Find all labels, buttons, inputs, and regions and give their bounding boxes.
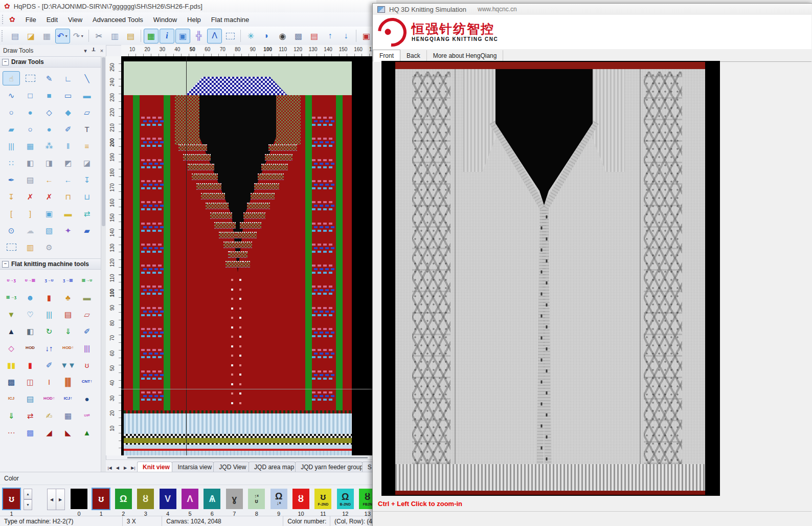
tool-needle-bars[interactable]: |||: [78, 341, 96, 355]
swatch-scroll-left[interactable]: ◀: [47, 489, 56, 510]
color-swatch-2[interactable]: Ω: [115, 489, 132, 509]
save-icon[interactable]: ▦: [39, 29, 54, 43]
tool-rect-filled[interactable]: ■: [40, 88, 58, 102]
tool-parallelogram-outline[interactable]: ▱: [78, 105, 96, 119]
camera-binocular-icon[interactable]: ◉: [275, 29, 290, 43]
tool-swap-refresh[interactable]: ⇄: [78, 206, 96, 221]
panel-scrollbar[interactable]: [101, 56, 106, 472]
tool-hand-edit[interactable]: ✍: [40, 408, 58, 423]
menu-help[interactable]: Help: [182, 14, 206, 26]
tab-nav-button[interactable]: ▶|: [129, 463, 137, 472]
tool-loop-back[interactable]: ↻: [40, 324, 58, 338]
tool-row-updown[interactable]: ↓↑: [40, 341, 58, 355]
tool-droplets[interactable]: ⁂: [40, 139, 58, 153]
tool-settings-driver[interactable]: ✐: [78, 324, 96, 338]
tool-octagon-filled[interactable]: ●: [40, 122, 58, 136]
tool-dash-rows[interactable]: ⋯: [3, 425, 20, 440]
tool-frame-top[interactable]: ⊓: [59, 189, 77, 204]
color-swatch-10[interactable]: ȣ: [292, 489, 309, 509]
tool-convert-float-to-loop[interactable]: ʒ→ʊ: [40, 273, 58, 288]
redo-icon[interactable]: ↷▼: [71, 29, 86, 43]
tool-insert-column-alt[interactable]: ↧: [3, 189, 20, 204]
tool-roller-tool[interactable]: ▤: [21, 391, 39, 406]
tool-flag-marker[interactable]: ▮: [40, 290, 58, 304]
tool-marquee-select[interactable]: [21, 71, 39, 85]
tool-swap-green-red[interactable]: ⇄: [21, 408, 39, 423]
color-swatch-1[interactable]: ʊ: [93, 489, 109, 509]
tool-grid-cells[interactable]: ▦: [21, 139, 39, 153]
panel-menu-icon[interactable]: ▾: [81, 48, 89, 54]
icon-view-icon[interactable]: ▣: [175, 29, 190, 43]
export-up-icon[interactable]: ↑: [323, 29, 337, 43]
tool-row-align-b[interactable]: ←: [59, 172, 77, 187]
tool-eraser-blue[interactable]: ▰: [78, 223, 96, 237]
tool-apply-down[interactable]: ⇓: [3, 408, 20, 423]
tool-fill-bucket-2[interactable]: ◨: [40, 156, 58, 170]
tool-roundrect-filled[interactable]: ▬: [78, 88, 96, 102]
color-page-icon[interactable]: ▤: [307, 29, 322, 43]
tool-convert-jacquard-to-float[interactable]: ▦→ʒ: [3, 290, 20, 304]
tool-bracket-right[interactable]: ]: [21, 206, 39, 221]
tool-jacquard-sample[interactable]: ▩: [3, 375, 20, 389]
tool-insert-column[interactable]: ↧: [78, 172, 96, 187]
tool-diamond-marker[interactable]: ◇: [3, 341, 20, 355]
tool-polyline[interactable]: ∟: [59, 71, 77, 85]
tool-slope-fill-right[interactable]: ◣: [59, 425, 77, 440]
tool-parallelogram-filled[interactable]: ▰: [3, 122, 20, 136]
tool-film-copy[interactable]: ▦: [59, 408, 77, 423]
tool-button-tool[interactable]: ▬: [78, 290, 96, 304]
tool-icj-raise[interactable]: ICJ↑: [59, 391, 77, 406]
tool-hod-up[interactable]: HOD↑: [59, 341, 77, 355]
view-tab-jqd-view[interactable]: JQD View: [213, 462, 249, 472]
cut-icon[interactable]: ✂: [92, 29, 106, 43]
menu-advanceed-tools[interactable]: Advanceed Tools: [87, 14, 148, 26]
tool-columns-pair[interactable]: ‖: [59, 139, 77, 153]
color-swatch-0[interactable]: [71, 489, 87, 509]
tool-roundrect-outline[interactable]: ▭: [59, 88, 77, 102]
color-swatch-3[interactable]: ȣ: [137, 489, 154, 509]
tool-bar-marks[interactable]: ▐▌: [59, 375, 77, 389]
copy-icon[interactable]: ▥: [107, 29, 122, 43]
tool-grid-columns[interactable]: ▥: [21, 240, 39, 254]
tool-convert-float-to-jacquard[interactable]: ʒ→▦: [59, 273, 77, 288]
tool-bracket-left[interactable]: [: [3, 206, 20, 221]
tab-nav-button[interactable]: |◀: [106, 463, 114, 472]
3d-viewport[interactable]: [381, 61, 720, 496]
tool-document-insert[interactable]: ◧: [21, 324, 39, 338]
paste-icon[interactable]: ▤: [123, 29, 138, 43]
tool-report-note[interactable]: ▱: [78, 307, 96, 321]
color-swatch-4[interactable]: V: [160, 489, 176, 509]
tool-cnt-up[interactable]: CNT↑: [78, 375, 96, 389]
tool-curve[interactable]: ∿: [3, 88, 20, 102]
tool-icj-tool[interactable]: ICJ: [3, 391, 20, 406]
panel-pin-icon[interactable]: ┸: [89, 48, 98, 54]
tool-pencil[interactable]: ✎: [40, 71, 58, 85]
sim-tab-more-about-hengqiang[interactable]: More about HengQiang: [427, 50, 504, 61]
tool-overlap-frames[interactable]: ◫: [21, 375, 39, 389]
compass-tool-icon[interactable]: Λ: [207, 29, 222, 43]
tool-fill-bucket-4[interactable]: ◪: [78, 156, 96, 170]
tool-loop-symbol[interactable]: ʊ: [78, 358, 96, 372]
tool-structure-tree[interactable]: ♣: [59, 290, 77, 304]
panel-close-icon[interactable]: ×: [98, 48, 106, 54]
tool-zoom-tool[interactable]: ⊙: [3, 223, 20, 237]
tool-image-crop[interactable]: ▧: [40, 223, 58, 237]
color-swatch-8[interactable]: ↑ˣʊ: [248, 489, 265, 509]
tool-octagon-outline[interactable]: ○: [21, 122, 39, 136]
info-icon[interactable]: i: [160, 29, 174, 43]
tool-tree-marker[interactable]: ▲: [78, 425, 96, 440]
tool-import-pattern[interactable]: ⇓: [59, 324, 77, 338]
transform-move-icon[interactable]: ╬: [191, 29, 206, 43]
tool-delete-row[interactable]: ✗: [21, 189, 39, 204]
undo-icon[interactable]: ↶▼: [55, 29, 70, 43]
toolbar-grip[interactable]: [2, 30, 5, 41]
shield-clean-icon[interactable]: ◗: [259, 29, 274, 43]
tool-row-align-a[interactable]: ←: [40, 172, 58, 187]
tool-ellipse-outline[interactable]: ○: [3, 105, 20, 119]
tool-hod-shift[interactable]: HOD: [21, 341, 39, 355]
menu-window[interactable]: Window: [148, 14, 182, 26]
tool-convert-loop-to-jacquard[interactable]: ʊ→▦: [21, 273, 39, 288]
tool-fill-bucket-1[interactable]: ◧: [21, 156, 39, 170]
tool-garment-outline[interactable]: ♡: [21, 307, 39, 321]
new-document-icon[interactable]: ▤: [8, 29, 22, 43]
